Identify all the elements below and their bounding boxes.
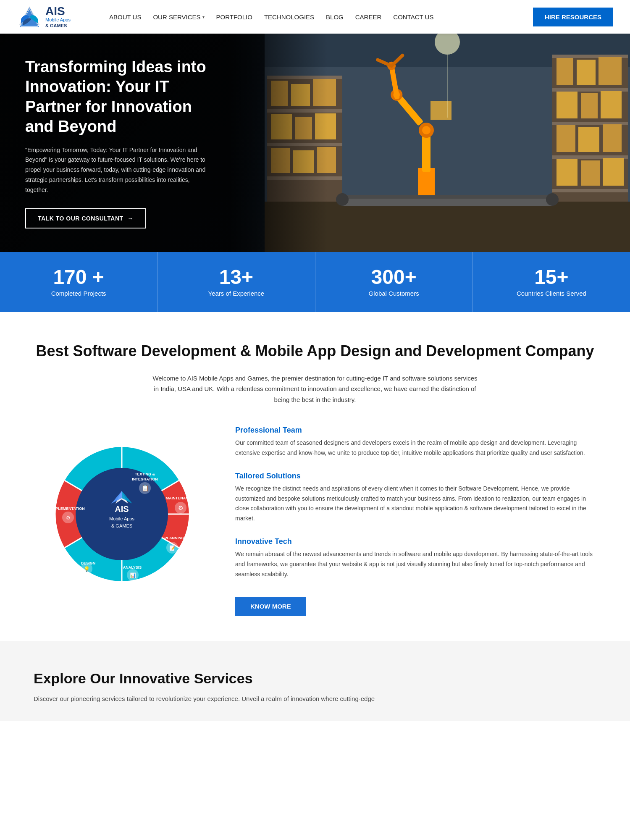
stat-number-years: 13+ <box>219 267 253 287</box>
stat-label-countries: Countries Clients Served <box>517 290 586 297</box>
svg-rect-30 <box>581 93 598 118</box>
stat-number-countries: 15+ <box>534 267 568 287</box>
nav-about-us[interactable]: ABOUT US <box>109 13 141 21</box>
about-title: Best Software Development & Mobile App D… <box>34 341 596 361</box>
svg-text:TEXTING &: TEXTING & <box>135 472 155 476</box>
svg-rect-27 <box>577 60 596 85</box>
talk-to-consultant-button[interactable]: TALK TO OUR CONSULTANT → <box>25 208 146 228</box>
feature-title-innovative: Innovative Tech <box>235 537 596 546</box>
svg-point-64 <box>76 468 168 560</box>
logo-sub2-text: & GAMES <box>45 23 71 28</box>
svg-text:INTEGRATION: INTEGRATION <box>132 477 158 481</box>
svg-text:MAINTENANCE: MAINTENANCE <box>166 496 194 500</box>
svg-rect-26 <box>556 58 573 85</box>
nav-technologies[interactable]: TECHNOLOGIES <box>264 13 314 21</box>
svg-text:PLANNING: PLANNING <box>165 536 184 540</box>
feature-tailored-solutions: Tailored Solutions We recognize the dist… <box>235 472 596 524</box>
stat-global-customers: 300+ Global Customers <box>315 252 473 312</box>
services-dropdown-arrow: ▾ <box>202 15 205 19</box>
feature-professional-team: Professional Team Our committed team of … <box>235 426 596 458</box>
svg-text:💡: 💡 <box>84 566 90 572</box>
svg-point-56 <box>546 193 559 206</box>
ais-diagram-svg: AIS Mobile Apps & GAMES TEXTING & INTEGR… <box>34 426 210 606</box>
nav-career[interactable]: CAREER <box>355 13 382 21</box>
svg-rect-25 <box>552 189 628 192</box>
about-section: Best Software Development & Mobile App D… <box>0 312 630 641</box>
svg-rect-29 <box>556 92 578 118</box>
svg-text:⚙: ⚙ <box>178 504 184 511</box>
stat-label-customers: Global Customers <box>369 290 419 297</box>
logo: AIS Mobile Apps & GAMES <box>17 4 84 29</box>
svg-text:ANALYSIS: ANALYSIS <box>123 565 142 570</box>
svg-text:📊: 📊 <box>130 572 136 578</box>
nav-our-services[interactable]: OUR SERVICES ▾ <box>153 13 204 21</box>
feature-title-professional: Professional Team <box>235 426 596 435</box>
svg-text:IMPLEMENTATION: IMPLEMENTATION <box>51 507 85 511</box>
navbar: AIS Mobile Apps & GAMES ABOUT US OUR SER… <box>0 0 630 34</box>
about-diagram: AIS Mobile Apps & GAMES TEXTING & INTEGR… <box>34 426 210 608</box>
feature-desc-professional: Our committed team of seasoned designers… <box>235 438 596 458</box>
svg-text:📋: 📋 <box>142 485 149 492</box>
hero-content: Transforming Ideas into Innovation: Your… <box>0 57 235 229</box>
stat-label-projects: Completed Projects <box>51 290 106 297</box>
svg-rect-28 <box>598 57 622 85</box>
svg-point-55 <box>336 193 349 206</box>
nav-contact-us[interactable]: CONTACT US <box>393 13 433 21</box>
hero-description: "Empowering Tomorrow, Today: Your IT Par… <box>25 145 210 195</box>
hire-resources-button[interactable]: HIRE RESOURCES <box>533 8 613 26</box>
hero-section: Transforming Ideas into Innovation: Your… <box>0 34 630 252</box>
services-description: Discover our pioneering services tailore… <box>34 693 596 704</box>
nav-links: ABOUT US OUR SERVICES ▾ PORTFOLIO TECHNO… <box>109 13 525 21</box>
nav-blog[interactable]: BLOG <box>326 13 344 21</box>
svg-rect-54 <box>342 195 552 199</box>
nav-portfolio[interactable]: PORTFOLIO <box>216 13 252 21</box>
svg-rect-31 <box>601 91 622 118</box>
services-title: Explore Our Innovative Services <box>34 670 596 687</box>
services-section: Explore Our Innovative Services Discover… <box>0 641 630 721</box>
svg-text:& GAMES: & GAMES <box>111 523 132 528</box>
svg-rect-36 <box>581 160 600 186</box>
logo-text: AIS Mobile Apps & GAMES <box>45 5 71 28</box>
feature-desc-tailored: We recognize the distinct needs and aspi… <box>235 484 596 524</box>
hero-title: Transforming Ideas into Innovation: Your… <box>25 57 210 137</box>
svg-text:⚙: ⚙ <box>66 515 71 521</box>
stat-number-customers: 300+ <box>371 267 417 287</box>
stat-number-projects: 170 + <box>53 267 104 287</box>
stat-label-years: Years of Experience <box>208 290 265 297</box>
about-body: AIS Mobile Apps & GAMES TEXTING & INTEGR… <box>34 426 596 616</box>
svg-text:AIS: AIS <box>115 504 129 514</box>
logo-icon <box>17 4 42 29</box>
svg-text:Mobile Apps: Mobile Apps <box>109 516 134 521</box>
svg-text:📝: 📝 <box>169 545 176 551</box>
logo-sub1-text: Mobile Apps <box>45 17 71 23</box>
stat-countries: 15+ Countries Clients Served <box>473 252 630 312</box>
about-intro: Welcome to AIS Mobile Apps and Games, th… <box>151 373 479 405</box>
svg-rect-34 <box>603 124 622 152</box>
know-more-button[interactable]: KNOW MORE <box>235 597 306 616</box>
feature-innovative-tech: Innovative Tech We remain abreast of the… <box>235 537 596 579</box>
feature-desc-innovative: We remain abreast of the newest advancem… <box>235 549 596 579</box>
stat-years-experience: 13+ Years of Experience <box>158 252 315 312</box>
svg-rect-35 <box>556 159 578 186</box>
logo-ais-text: AIS <box>45 5 71 17</box>
svg-point-42 <box>422 126 430 134</box>
svg-rect-37 <box>603 158 624 186</box>
about-features: Professional Team Our committed team of … <box>235 426 596 616</box>
stat-completed-projects: 170 + Completed Projects <box>0 252 158 312</box>
feature-title-tailored: Tailored Solutions <box>235 472 596 480</box>
svg-rect-33 <box>578 127 599 152</box>
stats-bar: 170 + Completed Projects 13+ Years of Ex… <box>0 252 630 312</box>
svg-rect-32 <box>556 125 575 152</box>
svg-rect-50 <box>430 101 452 120</box>
